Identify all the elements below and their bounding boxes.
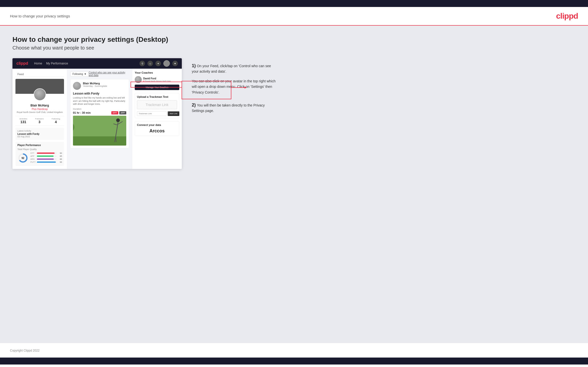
stat-following: Following 4 [52,118,60,124]
instructions-panel: 1) On your Feed, click/tap on 'Control w… [192,58,276,118]
tag-app: APP [119,111,126,114]
header: How to change your privacy settings clip… [0,7,588,26]
activity-duration-value: 01 hr : 30 min OTT APP [73,111,126,114]
pp-bar-arg-label: ARG [30,158,36,160]
feed-label: Feed [15,72,64,77]
activity-title: Lesson with Fordy [73,92,126,95]
app-nav-icons: ⚲ ☺ ✦ ▼ [139,60,178,67]
activity-card-header: Blair McHarg Yesterday · Sunningdale [73,82,126,90]
following-button[interactable]: Following ▼ [70,71,89,77]
pp-bar-app-val: 85 [58,155,62,157]
profile-club: Royal North Devon Golf Club, United King… [15,111,64,113]
app-nav-links: Home My Performance [34,62,133,65]
instruction-block-2: 2) You will then be taken directly to th… [192,103,276,114]
page-title: How to change your privacy settings (Des… [12,36,576,44]
page-subtitle: Choose what you want people to see [12,45,576,51]
stat-following-label: Following [52,118,60,120]
stat-following-value: 4 [52,120,60,124]
activity-user-avatar [73,82,81,90]
pp-bar-ott-label: OTT [30,152,36,154]
trackman-input[interactable] [137,111,167,116]
pp-bar-arg-fill [37,158,54,160]
profile-name: Blair McHarg [15,104,64,107]
latest-activity-title: Lesson with Fordy [17,133,62,135]
profile-avatar [34,88,46,101]
step1-number: 1) [192,63,196,68]
pp-chart-row: 92 OTT 90 [17,152,62,164]
stat-followers: Followers 3 [35,118,44,124]
svg-point-7 [116,118,120,122]
user-icon[interactable]: ☺ [147,61,153,66]
following-bar: Following ▼ Control who can see your act… [70,71,129,77]
pp-bar-ott-track [37,153,57,154]
activity-user-info: Blair McHarg Yesterday · Sunningdale [83,82,126,90]
pp-bar-putt-val: 96 [58,161,62,163]
app-sidebar: Feed Blair McHarg Plus Handicap Royal No… [12,69,67,169]
latest-activity-date: 03 Aug 2022 [17,135,62,138]
footer: Copyright Clippd 2022 [0,343,588,358]
svg-text:92: 92 [21,157,24,159]
coach-item: David Ford ● Royal North Devon Golf Club [135,76,179,83]
upload-section: Upload a Trackman Test Trackman Link Add… [135,93,179,118]
pp-bar-ott: OTT 90 [30,152,62,154]
coach-avatar [135,76,142,83]
pp-bar-putt: PUTT 96 [30,161,62,163]
coaches-title: Your Coaches [135,71,179,74]
activity-duration-label: Duration [73,108,126,110]
connect-section: Connect your data Arccos [135,121,179,136]
top-bar [0,0,588,7]
logo: clippd [556,11,578,21]
pp-bar-arg: ARG 86 [30,158,62,160]
stat-activities-label: Activities [19,118,27,120]
manage-coaches-button[interactable]: Manage Your Coaches [135,85,179,90]
activity-image [73,116,126,146]
upload-title: Upload a Trackman Test [137,95,177,98]
nav-home[interactable]: Home [34,62,42,65]
pp-title: Player Performance [17,144,62,147]
add-link-button[interactable]: Add Link [168,111,179,116]
pp-bar-ott-fill [37,153,55,154]
copyright: Copyright Clippd 2022 [10,349,40,352]
chevron-down-icon[interactable]: ▼ [172,61,178,66]
stat-activities-value: 131 [19,120,27,124]
app-logo: clippd [16,61,28,66]
profile-stats: Activities 131 Followers 3 Following 4 [15,116,64,126]
profile-avatar-inner [34,89,46,100]
control-link[interactable]: Control who can see your activity and da… [89,71,129,77]
pp-bar-app-label: APP [30,155,36,157]
globe-icon[interactable]: ✦ [155,61,161,66]
pp-bar-arg-track [37,158,57,160]
activity-user-name: Blair McHarg [83,82,126,85]
coaches-section: Your Coaches David Ford ● Royal North De… [135,71,179,90]
demo-screen: clippd Home My Performance ⚲ ☺ ✦ ▼ [12,58,182,169]
demo-screen-wrapper: clippd Home My Performance ⚲ ☺ ✦ ▼ [12,58,182,169]
pp-bar-putt-label: PUTT [30,161,36,163]
nav-my-performance[interactable]: My Performance [46,62,68,65]
app-content: Feed Blair McHarg Plus Handicap Royal No… [12,69,182,169]
activity-meta: Yesterday · Sunningdale [83,85,126,87]
main-content: How to change your privacy settings (Des… [0,26,588,343]
pp-bar-app: APP 85 [30,155,62,157]
app-right-sidebar: Your Coaches David Ford ● Royal North De… [132,69,182,169]
avatar[interactable] [163,60,170,67]
pp-quality-label: Total Player Quality [17,148,62,151]
arccos-logo: Arccos [137,128,177,134]
pp-bar-ott-val: 90 [58,152,62,154]
connect-title: Connect your data [137,123,177,126]
player-performance-section: Player Performance Total Player Quality … [15,142,64,166]
search-icon[interactable]: ⚲ [139,61,145,66]
pp-bar-app-fill [37,156,54,157]
latest-activity-label: Latest Activity [17,130,62,132]
step1-text-2: You can also click on your avatar in the… [192,79,275,94]
activity-image-svg [73,116,126,146]
chevron-down-icon: ▼ [84,73,86,75]
latest-activity-section: Latest Activity Lesson with Fordy 03 Aug… [15,128,64,140]
instruction-block-1: 1) On your Feed, click/tap on 'Control w… [192,63,276,95]
tag-ott: OTT [111,111,118,114]
pp-bar-arg-val: 86 [58,158,62,160]
breadcrumb: How to change your privacy settings [10,14,70,18]
pp-bar-putt-fill [37,161,56,163]
activity-desc: Looking to feel like my hands are exitin… [73,96,126,106]
following-label: Following [72,73,83,75]
app-navbar: clippd Home My Performance ⚲ ☺ ✦ ▼ [12,58,182,69]
